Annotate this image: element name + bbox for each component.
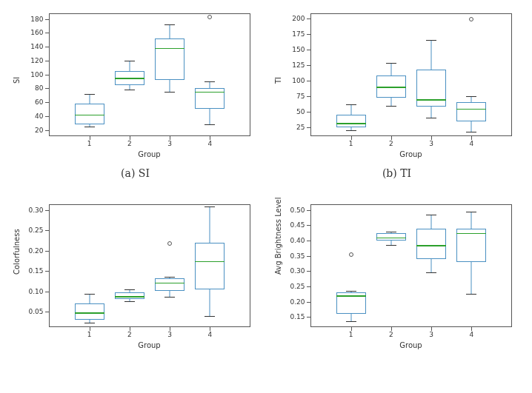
- ytick-label: 100: [292, 77, 305, 84]
- xtick-label: 1: [349, 331, 353, 338]
- xtick-label: 4: [207, 140, 212, 147]
- chart-cell-ti: 2550751001251501752001234 TI Group (b) T…: [266, 6, 528, 197]
- ytick-label: 0.30: [290, 267, 305, 275]
- boxplot-brightness: 0.150.200.250.300.350.400.450.501234 Avg…: [275, 197, 519, 352]
- ytick-label: 160: [30, 29, 43, 36]
- ytick-label: 60: [35, 98, 43, 106]
- xlabel-brightness: Group: [399, 341, 422, 349]
- ytick-label: 125: [292, 61, 305, 69]
- boxplot-si: 204060801001201401601801234 SI Group: [13, 6, 258, 161]
- ytick-label: 150: [292, 46, 305, 53]
- ytick-label: 0.15: [28, 267, 43, 275]
- xtick-label: 3: [429, 140, 433, 147]
- caption-si: (a) SI: [121, 167, 150, 179]
- ytick-label: 0.25: [290, 283, 305, 290]
- ytick-label: 0.25: [28, 226, 43, 234]
- ytick-label: 20: [35, 127, 43, 134]
- xtick-label: 4: [469, 140, 473, 147]
- ytick-label: 0.45: [290, 221, 305, 229]
- xtick-label: 3: [167, 140, 172, 147]
- chart-cell-si: 204060801001201401601801234 SI Group (a)…: [4, 6, 266, 197]
- xlabel-ti: Group: [399, 150, 422, 158]
- ylabel-colorfulness: Colorfulness: [12, 229, 20, 275]
- ytick-label: 0.05: [28, 308, 43, 315]
- xtick-label: 2: [389, 140, 393, 147]
- ytick-label: 0.15: [290, 313, 305, 320]
- ylabel-brightness: Avg Brightness Level: [273, 197, 282, 275]
- ytick-label: 75: [296, 93, 305, 100]
- xlabel-colorfulness: Group: [138, 341, 160, 349]
- chart-cell-brightness: 0.150.200.250.300.350.400.450.501234 Avg…: [266, 197, 528, 388]
- ytick-label: 200: [292, 15, 305, 22]
- boxplot-ti: 2550751001251501752001234 TI Group: [275, 6, 519, 161]
- xtick-label: 2: [127, 331, 132, 338]
- ytick-label: 100: [30, 71, 43, 78]
- ytick-label: 0.30: [28, 206, 43, 214]
- xtick-label: 2: [127, 140, 132, 147]
- ytick-label: 25: [296, 124, 305, 131]
- ytick-label: 120: [30, 57, 43, 64]
- ytick-label: 175: [292, 30, 305, 38]
- xtick-label: 4: [207, 331, 212, 338]
- xtick-label: 3: [167, 331, 172, 338]
- xtick-label: 2: [389, 331, 393, 338]
- chart-cell-colorfulness: 0.050.100.150.200.250.301234 Colorfulnes…: [4, 197, 266, 388]
- ytick-label: 50: [296, 108, 305, 115]
- ytick-label: 140: [30, 43, 43, 50]
- chart-grid: 204060801001201401601801234 SI Group (a)…: [0, 0, 532, 393]
- ytick-label: 0.35: [290, 252, 305, 260]
- xtick-label: 4: [469, 331, 473, 338]
- boxplot-colorfulness: 0.050.100.150.200.250.301234 Colorfulnes…: [13, 197, 258, 352]
- xtick-label: 1: [87, 140, 92, 147]
- ytick-label: 0.50: [290, 206, 305, 214]
- ytick-label: 0.20: [28, 247, 43, 255]
- ytick-label: 0.20: [290, 298, 305, 306]
- xtick-label: 1: [87, 331, 92, 338]
- ytick-label: 0.10: [28, 288, 43, 295]
- ytick-label: 80: [35, 84, 43, 92]
- xtick-label: 3: [429, 331, 433, 338]
- ylabel-ti: TI: [273, 77, 282, 84]
- ylabel-si: SI: [12, 77, 20, 84]
- ytick-label: 40: [35, 112, 43, 120]
- ytick-label: 180: [30, 16, 43, 23]
- xlabel-si: Group: [138, 150, 160, 158]
- xtick-label: 1: [349, 140, 353, 147]
- caption-ti: (b) TI: [382, 167, 411, 179]
- ytick-label: 0.40: [290, 237, 305, 244]
